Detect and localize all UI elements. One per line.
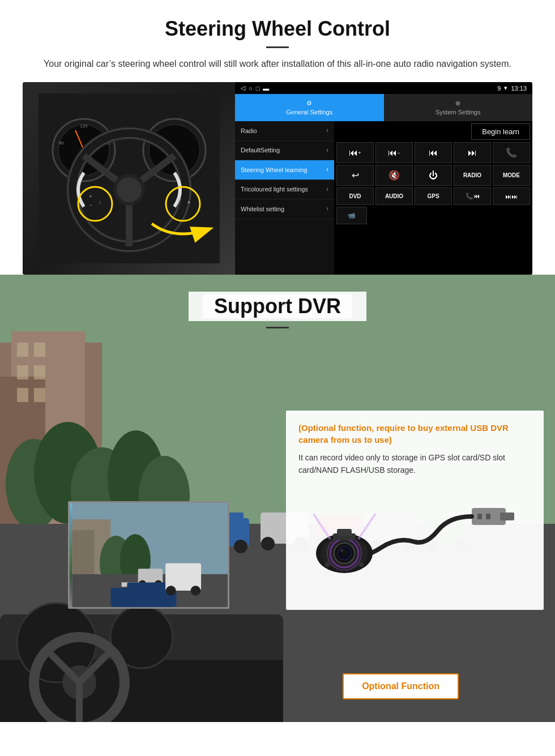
vol-plus-btn[interactable]: ⏮+ <box>336 142 374 163</box>
dvr-thumb-inner <box>70 503 228 607</box>
svg-rect-90 <box>477 514 482 519</box>
wifi-icon: ▾ <box>504 84 507 92</box>
svg-rect-32 <box>17 388 28 402</box>
android-ui: ◁ ○ □ ▬ 9 ▾ 13:13 ⚙ General Settings ⊗ S… <box>235 82 532 275</box>
svg-point-103 <box>359 562 364 567</box>
svg-rect-28 <box>17 343 28 357</box>
vol-minus-btn[interactable]: ⏮− <box>375 142 413 163</box>
begin-learn-button[interactable]: Begin learn <box>471 123 530 140</box>
prev-btn[interactable]: ⏮ <box>415 142 452 163</box>
svg-point-97 <box>340 549 343 552</box>
phone-btn[interactable]: 📞 <box>493 142 530 163</box>
chevron-icon: › <box>326 204 328 213</box>
svg-rect-29 <box>34 343 45 357</box>
dvr-thumbnail <box>68 501 229 609</box>
dvr-desc-text: It can record video only to storage in G… <box>298 451 531 477</box>
menu-label-whitelist: Whitelist setting <box>241 205 284 213</box>
dvr-icon-btn[interactable]: 📹 <box>336 207 367 224</box>
svg-rect-31 <box>34 365 45 379</box>
svg-point-87 <box>191 586 200 595</box>
gear-icon: ⚙ <box>306 100 312 107</box>
tab-system[interactable]: ⊗ System Settings <box>384 94 533 121</box>
power-btn[interactable]: ⏻ <box>415 165 452 186</box>
svg-text:✦: ✦ <box>186 200 190 205</box>
steering-photo: 120 60 180 <box>23 82 235 275</box>
menu-label-radio: Radio <box>241 127 257 135</box>
menu-label-tricoloured: Tricoloured light settings <box>241 185 308 193</box>
menu-list: Radio › DefaultSetting › Steering Wheel … <box>235 121 334 275</box>
nav-home-icon: ○ <box>249 85 253 92</box>
control-btn-row-4: 📹 <box>336 207 530 224</box>
svg-rect-33 <box>34 388 45 402</box>
next-btn[interactable]: ⏭ <box>454 142 491 163</box>
prev-next-btn[interactable]: ⏭⏭ <box>493 187 530 205</box>
svg-point-49 <box>261 537 275 550</box>
dvr-divider <box>266 327 289 328</box>
svg-point-102 <box>325 562 330 567</box>
begin-learn-row: Begin learn <box>336 123 530 140</box>
svg-rect-30 <box>17 365 28 379</box>
settings-content: Radio › DefaultSetting › Steering Wheel … <box>235 121 532 275</box>
svg-point-47 <box>234 540 247 553</box>
steering-image-area: 120 60 180 <box>23 82 532 275</box>
back-btn[interactable]: ↩ <box>336 165 374 186</box>
phone-prev-btn[interactable]: 📞⏮ <box>454 187 491 205</box>
svg-text:↕: ↕ <box>99 200 101 205</box>
radio-btn[interactable]: RADIO <box>454 165 491 186</box>
menu-label-steering: Steering Wheel learning <box>241 166 307 174</box>
nav-recent-icon: □ <box>256 85 260 92</box>
svg-rect-91 <box>486 514 490 519</box>
svg-text:−: − <box>89 202 92 208</box>
system-icon: ⊗ <box>455 100 460 107</box>
svg-rect-89 <box>500 512 514 520</box>
steering-section: Steering Wheel Control Your original car… <box>0 0 555 275</box>
chevron-icon: › <box>326 126 328 135</box>
dvr-optional-text: (Optional function, require to buy exter… <box>298 422 531 446</box>
dvd-btn[interactable]: DVD <box>336 187 374 205</box>
gps-btn[interactable]: GPS <box>415 187 452 205</box>
control-btn-grid-1: ⏮+ ⏮− ⏮ ⏭ 📞 <box>336 142 530 163</box>
svg-text:⊙: ⊙ <box>177 197 181 202</box>
tab-general[interactable]: ⚙ General Settings <box>235 94 384 121</box>
svg-text:60: 60 <box>58 140 63 146</box>
nav-back-icon: ◁ <box>241 84 245 92</box>
svg-text:120: 120 <box>80 123 88 129</box>
menu-label-default: DefaultSetting <box>241 146 280 154</box>
signal-icon: 9 <box>497 85 501 92</box>
control-panel: Begin learn ⏮+ ⏮− ⏮ ⏭ 📞 ↩ 🔇 <box>334 121 532 275</box>
steering-subtitle: Your original car’s steering wheel contr… <box>34 57 521 71</box>
nav-menu-icon: ▬ <box>263 85 269 92</box>
audio-btn[interactable]: AUDIO <box>375 187 413 205</box>
svg-point-86 <box>166 586 176 595</box>
menu-item-whitelist[interactable]: Whitelist setting › <box>235 199 334 219</box>
status-time: 13:13 <box>511 85 527 92</box>
dvr-section: Support DVR <box>0 275 555 722</box>
dvr-title: Support DVR <box>203 294 352 318</box>
mute-btn[interactable]: 🔇 <box>375 165 413 186</box>
svg-rect-84 <box>127 582 170 593</box>
optional-function-button[interactable]: Optional Function <box>343 673 459 699</box>
menu-item-tricoloured[interactable]: Tricoloured light settings › <box>235 180 334 200</box>
settings-tabs: ⚙ General Settings ⊗ System Settings <box>235 94 532 121</box>
svg-point-16 <box>117 177 142 202</box>
svg-text:+: + <box>89 194 92 199</box>
steering-title: Steering Wheel Control <box>23 17 532 41</box>
menu-item-radio[interactable]: Radio › <box>235 121 334 141</box>
control-btn-grid-2: ↩ 🔇 ⏻ RADIO MODE <box>336 165 530 186</box>
control-btn-grid-3: DVD AUDIO GPS 📞⏮ ⏭⏭ <box>336 187 530 205</box>
title-divider <box>266 46 289 48</box>
dvr-info-card: (Optional function, require to buy exter… <box>286 411 544 610</box>
android-statusbar: ◁ ○ □ ▬ 9 ▾ 13:13 <box>235 82 532 94</box>
menu-item-steering[interactable]: Steering Wheel learning › <box>235 160 334 180</box>
tab-system-label: System Settings <box>436 109 480 116</box>
menu-item-default[interactable]: DefaultSetting › <box>235 141 334 161</box>
mode-btn[interactable]: MODE <box>493 165 530 186</box>
svg-rect-101 <box>337 529 352 536</box>
chevron-icon: › <box>326 146 328 155</box>
tab-general-label: General Settings <box>286 109 332 116</box>
dvr-content: Support DVR <box>0 275 555 328</box>
svg-rect-71 <box>72 530 95 574</box>
chevron-icon: › <box>326 165 328 174</box>
chevron-icon: › <box>326 185 328 194</box>
